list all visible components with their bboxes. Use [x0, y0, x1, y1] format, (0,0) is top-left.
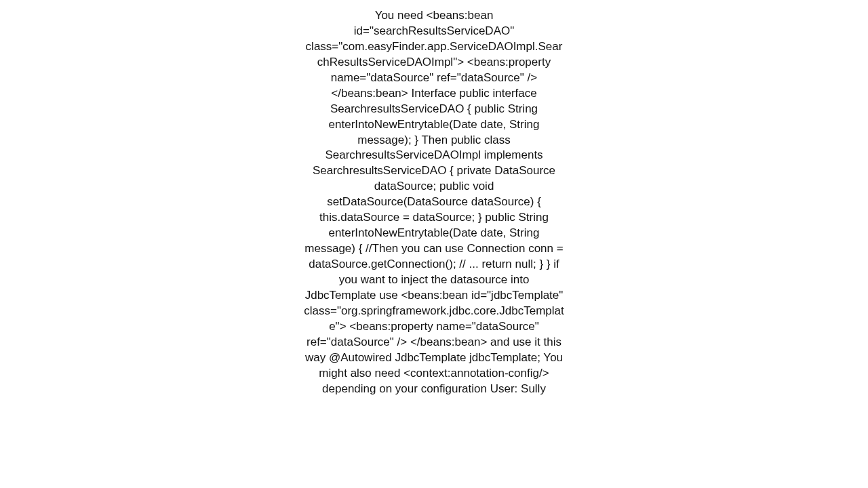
page-root: You need <beans:bean id="searchResultsSe…	[0, 0, 868, 488]
answer-body-text: You need <beans:bean id="searchResultsSe…	[303, 8, 565, 396]
